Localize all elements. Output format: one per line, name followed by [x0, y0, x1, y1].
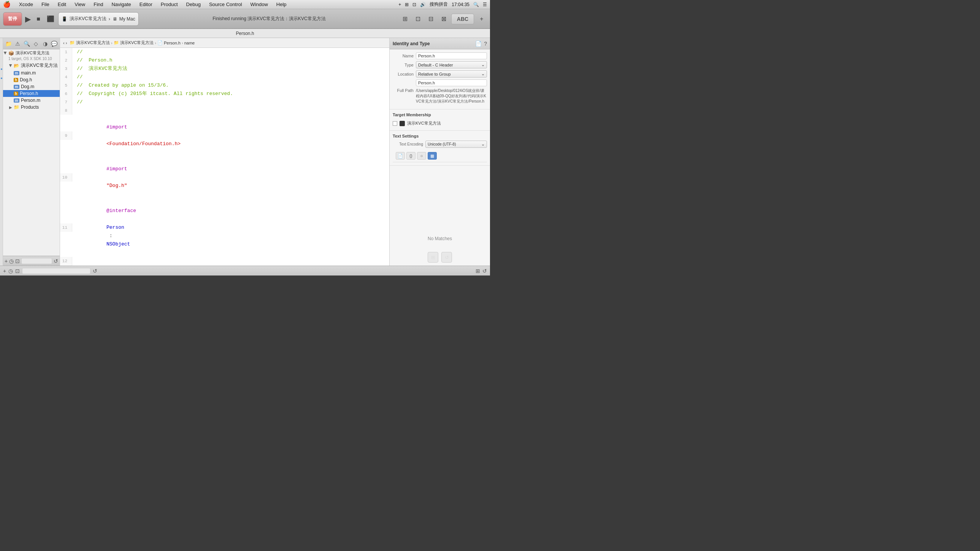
group-folder[interactable]: ▶ 📂 演示KVC常见方法 [3, 62, 60, 70]
text-encoding-select[interactable]: Unicode (UTF-8) ⌄ [425, 141, 487, 148]
nav-forward[interactable]: › [66, 41, 67, 45]
line-content-12 [72, 257, 389, 265]
source-icon[interactable]: ◇ [32, 40, 40, 48]
code-content[interactable]: 1 // 2 // Person.h 3 // 演示KVC常见方法 4 // 5… [60, 48, 389, 266]
m-badge-main: m [14, 71, 19, 75]
sidebar-item-main-m[interactable]: m main.m [3, 70, 60, 76]
refresh-bottom-icon[interactable]: ↺ [482, 268, 487, 274]
sidebar-label-products: Products [21, 105, 39, 110]
type-select[interactable]: Default - C Header ⌄ [416, 61, 487, 68]
help-icon-btn[interactable]: ? [484, 41, 487, 47]
warning-icon[interactable]: ⚠ [14, 40, 21, 48]
layout-icon-2[interactable]: ⊡ [412, 14, 423, 24]
scheme-selector[interactable]: 📱 演示KVC常见方法 › 🖥 My Mac [58, 12, 139, 26]
location-select[interactable]: Relative to Group ⌄ [416, 70, 487, 78]
type-field-row: Type Default - C Header ⌄ [393, 61, 487, 68]
search-icon[interactable]: 🔍 [473, 2, 479, 7]
filter-icon[interactable]: ⊡ [15, 258, 20, 264]
breadcrumb-part-1[interactable]: 演示KVC常见方法 [76, 40, 110, 46]
menu-source-control[interactable]: Source Control [208, 0, 244, 9]
device-icon: 🖥 [113, 16, 117, 22]
sidebar-item-dog-h[interactable]: h Dog.h [3, 76, 60, 83]
filter-input[interactable] [21, 258, 52, 264]
line-num-6: 6 [60, 90, 72, 98]
m-badge-dog: m [14, 85, 19, 89]
line-content-1: // [72, 48, 389, 56]
right-panel-title: Identity and Type [393, 41, 430, 46]
sidebar-item-products[interactable]: ▶ 📁 Products [3, 104, 60, 111]
grid-icon-btn[interactable]: ⊞ [428, 252, 438, 263]
airplay-icon[interactable]: ⊡ [412, 2, 416, 7]
sidebar-item-person-m[interactable]: m Person.m [3, 97, 60, 104]
add-editor-button[interactable]: + [476, 14, 487, 24]
menu-xcode[interactable]: Xcode [18, 0, 35, 9]
bookmark-icon[interactable]: ◑ [41, 40, 49, 48]
text-tab-braces[interactable]: {} [406, 152, 415, 160]
sidebar-item-person-h[interactable]: h Person.h [3, 90, 60, 97]
text-tab-grid[interactable]: ▦ [428, 152, 437, 160]
sidebar-item-dog-m[interactable]: m Dog.m [3, 83, 60, 90]
layout-icon-4[interactable]: ⊠ [438, 14, 449, 24]
bottom-bar: + ◷ ⊡ ↺ ⊞ ↺ [0, 266, 490, 275]
add-file-icon[interactable]: + [5, 258, 8, 264]
folder-icon[interactable]: 📁 [5, 40, 12, 48]
apple-menu[interactable]: 🍎 [3, 1, 11, 8]
right-panel-bottom-icons: ⊞ ↺ [390, 249, 490, 266]
code-line-9: 9 #import <Foundation/Foundation.h> [60, 115, 389, 157]
bottom-filter-input[interactable] [22, 268, 91, 274]
plus-icon[interactable]: + [398, 2, 401, 7]
toolbar-right-icons: ⊞ ⊡ ⊟ ⊠ ABC + [399, 14, 487, 24]
layout-icon-1[interactable]: ⊞ [399, 14, 410, 24]
menu-help[interactable]: Help [275, 0, 288, 9]
chevron-right-icon: › [109, 16, 110, 22]
breadcrumb-sep-2: › [155, 41, 156, 45]
menu-editor[interactable]: Editor [138, 0, 154, 9]
reload-icon[interactable]: ↺ [54, 258, 58, 264]
volume-icon[interactable]: 🔊 [420, 2, 426, 7]
nav-back[interactable]: ‹ [63, 41, 65, 45]
run-button[interactable]: ▶ [25, 14, 31, 24]
halt-button[interactable]: ■ [34, 14, 43, 24]
record-button[interactable]: ⬛ [46, 14, 55, 24]
menu-product[interactable]: Product [159, 0, 180, 9]
clock-bottom-icon[interactable]: ◷ [8, 268, 13, 274]
name-input[interactable] [416, 52, 487, 59]
file-tab-name[interactable]: Person.h [236, 31, 254, 36]
breadcrumb-part-4[interactable]: name [185, 41, 195, 45]
menu-view[interactable]: View [73, 0, 87, 9]
group-folder-icon: 📂 [14, 63, 19, 68]
breadcrumb-part-2[interactable]: 演示KVC常见方法 [120, 40, 154, 46]
view-bottom-icon[interactable]: ⊡ [15, 268, 20, 274]
file-icon-btn[interactable]: 📄 [475, 41, 482, 47]
grid-layout-icon[interactable]: ⊞ [476, 268, 480, 274]
menu-icon[interactable]: ☰ [483, 2, 487, 7]
search-nav-icon[interactable]: 🔍 [23, 40, 30, 48]
menu-debug[interactable]: Debug [185, 0, 202, 9]
project-root[interactable]: ▶ 📦 演示KVC常见方法 [3, 49, 60, 57]
menu-edit[interactable]: Edit [56, 0, 68, 9]
menu-file[interactable]: File [40, 0, 51, 9]
history-icon[interactable]: ◷ [9, 258, 14, 264]
refresh-icon-btn[interactable]: ↺ [441, 252, 452, 263]
text-tab-file[interactable]: 📄 [396, 152, 405, 160]
menu-navigate[interactable]: Navigate [110, 0, 132, 9]
menu-window[interactable]: Window [249, 0, 269, 9]
text-tab-circle[interactable]: ○ [417, 152, 426, 160]
screen-icon[interactable]: ⊞ [405, 2, 409, 7]
code-line-3: 3 // 演示KVC常见方法 [60, 65, 389, 73]
breadcrumb-part-3[interactable]: Person.h [164, 41, 181, 45]
membership-checkbox[interactable] [393, 121, 397, 126]
abc-button[interactable]: ABC [451, 14, 474, 24]
project-subtitle: 1 target, OS X SDK 10.10 [3, 57, 60, 62]
stop-button[interactable]: 暂停 [3, 12, 22, 26]
chat-icon[interactable]: 💬 [51, 40, 58, 48]
menu-find[interactable]: Find [92, 0, 105, 9]
filename-input[interactable] [416, 79, 487, 86]
line-content-10: #import "Dog.h" [72, 157, 389, 198]
breadcrumb-sep-3: › [182, 41, 183, 45]
add-bottom-icon[interactable]: + [3, 268, 6, 274]
chevron-products: ▶ [9, 105, 12, 110]
code-line-6: 6 // Copyright (c) 2015年 itcast. All rig… [60, 90, 389, 98]
layout-icon-3[interactable]: ⊟ [425, 14, 436, 24]
filter-refresh-icon[interactable]: ↺ [93, 268, 97, 274]
